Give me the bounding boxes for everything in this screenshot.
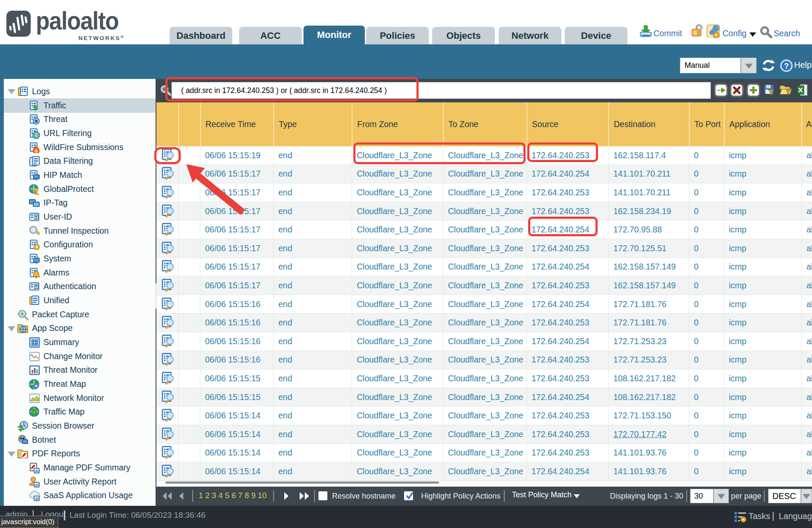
svg-text:?: ? xyxy=(784,61,789,70)
